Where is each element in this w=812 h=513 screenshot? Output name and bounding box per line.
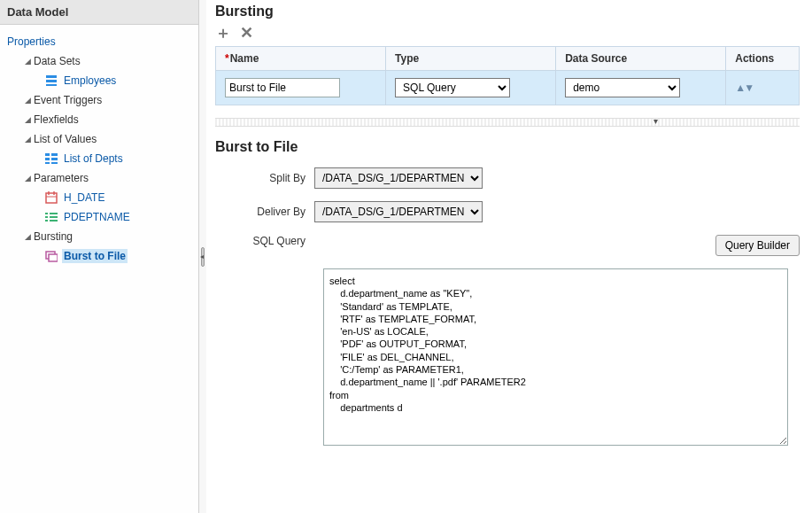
svg-rect-5 (45, 158, 50, 160)
tree-item-pdeptname[interactable]: PDEPTNAME (5, 207, 193, 227)
svg-rect-20 (49, 254, 58, 261)
svg-rect-7 (45, 162, 50, 164)
tree-item-list-of-depts[interactable]: List of Depts (5, 149, 193, 168)
svg-rect-16 (50, 216, 58, 218)
type-select[interactable]: SQL Query (395, 78, 510, 97)
tree-node-parameters[interactable]: ◢ Parameters (5, 168, 193, 188)
svg-rect-0 (46, 75, 57, 78)
splitter-grip-icon (201, 247, 205, 267)
collapsed-panel-strip[interactable] (215, 118, 800, 127)
sql-query-label: SQL Query (215, 235, 314, 247)
tree-node-data-sets[interactable]: ◢ Data Sets (5, 51, 193, 71)
expand-arrow-icon: ◢ (23, 232, 32, 241)
tree-item-burst-to-file[interactable]: Burst to File (5, 246, 193, 266)
query-builder-button[interactable]: Query Builder (715, 235, 800, 256)
tree-root-properties[interactable]: Properties (5, 32, 193, 51)
svg-rect-13 (45, 213, 48, 214)
tree-node-event-triggers[interactable]: ◢ Event Triggers (5, 90, 193, 110)
tree-node-bursting[interactable]: ◢ Bursting (5, 227, 193, 246)
col-type: Type (386, 47, 556, 71)
split-by-label: Split By (215, 172, 314, 184)
svg-rect-2 (46, 84, 57, 86)
svg-rect-18 (50, 220, 58, 222)
svg-rect-14 (50, 213, 58, 214)
expand-arrow-icon: ◢ (23, 174, 32, 183)
expand-arrow-icon: ◢ (23, 135, 32, 144)
add-button[interactable]: ＋ (215, 25, 231, 41)
sidebar: Data Model Properties ◢ Data Sets Employ… (0, 0, 199, 513)
tree: Properties ◢ Data Sets Employees ◢ Event… (0, 25, 198, 513)
svg-rect-4 (51, 153, 58, 156)
lov-icon (44, 152, 58, 166)
svg-rect-6 (51, 158, 58, 160)
col-name: *Name (216, 47, 386, 71)
bursting-table: *Name Type Data Source Actions SQL Query (215, 46, 800, 105)
svg-rect-1 (46, 80, 57, 82)
detail-section-title: Burst to File (215, 139, 800, 155)
svg-rect-17 (45, 220, 48, 222)
svg-rect-9 (46, 193, 57, 203)
svg-rect-3 (45, 153, 50, 156)
deliver-by-select[interactable]: /DATA_DS/G_1/DEPARTMEN (314, 201, 483, 222)
x-icon: ✕ (240, 23, 253, 43)
list-param-icon (44, 210, 58, 224)
expand-arrow-icon: ◢ (23, 115, 32, 124)
delete-button[interactable]: ✕ (238, 25, 254, 41)
svg-rect-15 (45, 216, 48, 218)
plus-icon: ＋ (215, 22, 231, 43)
tree-item-employees[interactable]: Employees (5, 71, 193, 90)
deliver-by-label: Deliver By (215, 206, 314, 218)
splitter[interactable] (199, 0, 206, 513)
tree-node-flexfields[interactable]: ◢ Flexfields (5, 110, 193, 129)
tree-item-h-date[interactable]: H_DATE (5, 188, 193, 207)
triangle-up-icon: ▲▼ (735, 82, 753, 94)
move-up-action[interactable]: ▲▼ (735, 82, 753, 94)
col-data-source: Data Source (556, 47, 726, 71)
bursting-icon (44, 249, 58, 263)
page-title: Bursting (215, 4, 800, 19)
dataset-icon (44, 74, 58, 88)
split-by-select[interactable]: /DATA_DS/G_1/DEPARTMEN (314, 167, 483, 189)
name-input[interactable] (225, 78, 340, 97)
main-panel: Bursting ＋ ✕ *Name Type Data Source Acti… (206, 0, 812, 513)
sidebar-title: Data Model (0, 0, 198, 25)
expand-arrow-icon: ◢ (23, 96, 32, 105)
col-actions: Actions (726, 47, 800, 71)
data-source-select[interactable]: demo (565, 78, 680, 97)
expand-arrow-icon: ◢ (23, 57, 32, 66)
date-icon (44, 190, 58, 205)
svg-rect-8 (51, 162, 58, 164)
toolbar: ＋ ✕ (215, 25, 800, 41)
sql-query-textarea[interactable] (323, 268, 788, 446)
tree-node-list-of-values[interactable]: ◢ List of Values (5, 129, 193, 149)
table-row[interactable]: SQL Query demo ▲▼ (216, 71, 800, 105)
